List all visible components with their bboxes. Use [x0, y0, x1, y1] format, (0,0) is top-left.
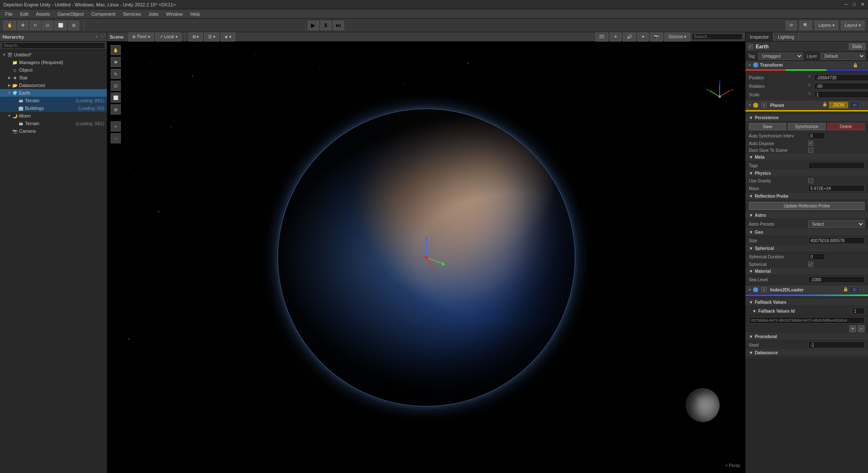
tree-item-terrain-earth[interactable]: 🏔 Terrain (Loading: 0/61): [0, 97, 107, 104]
pivot-btn[interactable]: ⊕ Pivot ▾: [128, 32, 153, 42]
layout-btn[interactable]: Layout ▾: [841, 21, 865, 30]
size-input[interactable]: [808, 237, 865, 244]
maximize-btn[interactable]: □: [853, 2, 856, 7]
rotate-tool-btn[interactable]: ↻: [30, 21, 41, 30]
transform-tool-btn[interactable]: ⊞: [68, 21, 79, 30]
gizmos-btn[interactable]: Gizmos ▾: [665, 32, 690, 42]
zoom-out-btn[interactable]: –: [111, 133, 121, 143]
id-btn[interactable]: ID: [850, 102, 860, 108]
static-btn[interactable]: Static: [849, 43, 865, 50]
geo-section[interactable]: ▼ Geo: [746, 229, 868, 236]
search-btn[interactable]: 🔍: [799, 21, 812, 30]
rect-tool-btn[interactable]: ⬜: [54, 21, 67, 30]
menu-edit[interactable]: Edit: [17, 11, 32, 17]
fallback-section[interactable]: ▼ Fallback Values: [746, 299, 868, 306]
uuid-input[interactable]: [749, 317, 865, 324]
tree-item-camera[interactable]: 📷 Camera: [0, 127, 107, 135]
zoom-in-btn[interactable]: +: [111, 121, 121, 132]
menu-services[interactable]: Services: [120, 11, 144, 17]
light-btn[interactable]: ☀: [610, 32, 621, 42]
tree-item-datasources[interactable]: ▶ 📂 Datasources: [0, 81, 107, 89]
scale-scene-btn[interactable]: ⊡: [111, 81, 121, 91]
collab-btn[interactable]: ⟳: [786, 21, 797, 30]
tag-select[interactable]: Untagged: [758, 53, 803, 60]
pos-x-input[interactable]: [814, 74, 868, 81]
menu-gameobject[interactable]: GameObject: [54, 11, 87, 17]
hierarchy-add-btn[interactable]: +: [95, 34, 98, 39]
scene-viewport[interactable]: X Y Z ✋ ✥ ↻ ⊡ ⬜ ⊞ + – < Persp: [107, 42, 745, 473]
menu-component[interactable]: Component: [88, 11, 119, 17]
menu-help[interactable]: Help: [187, 11, 203, 17]
fallback-id-input[interactable]: [852, 308, 865, 314]
local-btn[interactable]: ↗ Local ▾: [156, 32, 181, 42]
hand-scene-btn[interactable]: ✋: [111, 45, 121, 55]
tree-item-untitled[interactable]: ▼ 🎬 Untitled*: [0, 51, 107, 59]
fallback-id-section[interactable]: ▼ Fallback Values Id: [746, 306, 868, 316]
hierarchy-menu-btn[interactable]: ⋮: [100, 34, 104, 39]
sea-level-input[interactable]: [808, 276, 865, 283]
move-scene-btn[interactable]: ✥: [111, 57, 121, 67]
meta-section[interactable]: ▼ Meta: [746, 154, 868, 161]
delete-btn[interactable]: Delete: [827, 123, 865, 130]
step-btn[interactable]: ⏭: [333, 21, 344, 30]
update-reflection-btn[interactable]: Update Reflection Probe: [749, 202, 865, 210]
tree-item-star[interactable]: ▶ ★ Star: [0, 74, 107, 81]
tree-item-terrain-moon[interactable]: 🏔 Terrain (Loading: 0/61): [0, 120, 107, 127]
move-tool-btn[interactable]: ✥: [17, 21, 28, 30]
close-btn[interactable]: ✕: [861, 2, 865, 7]
spherical-section[interactable]: ▼ Spherical: [746, 245, 868, 252]
layers-btn[interactable]: Layers ▾: [815, 21, 838, 30]
transform-menu-icon[interactable]: ⋮: [861, 63, 865, 67]
scale-tool-btn[interactable]: ⊡: [42, 21, 53, 30]
auto-dispose-cb[interactable]: [808, 141, 813, 146]
menu-jobs[interactable]: Jobs: [145, 11, 162, 17]
2d-btn[interactable]: 2D: [595, 32, 609, 42]
planet-active[interactable]: [762, 103, 767, 108]
play-btn[interactable]: ▶: [308, 21, 319, 30]
astro-section[interactable]: ▼ Astro: [746, 212, 868, 219]
transform-component-header[interactable]: ▼ Transform 🔒 ⋮: [746, 61, 868, 69]
save-btn[interactable]: Save: [749, 123, 786, 130]
use-gravity-cb[interactable]: [808, 178, 813, 183]
pause-btn[interactable]: ⏸: [320, 21, 331, 30]
index2dloader-menu-icon[interactable]: ⋮: [861, 287, 865, 293]
menu-assets[interactable]: Assets: [33, 11, 53, 17]
procedural-section[interactable]: ▼ Procedural: [746, 333, 868, 341]
scale-x-input[interactable]: [814, 91, 868, 98]
custom-scene-btn[interactable]: ⊞: [111, 104, 121, 115]
active-toggle[interactable]: [748, 44, 753, 49]
synchronize-btn[interactable]: Synchronize: [788, 123, 825, 130]
physics-section[interactable]: ▼ Physics: [746, 170, 868, 177]
index2dloader-id-btn[interactable]: ID: [850, 287, 860, 293]
rotate-scene-btn[interactable]: ↻: [111, 69, 121, 79]
scene-search[interactable]: [692, 34, 743, 40]
tab-lighting[interactable]: Lighting: [773, 32, 799, 41]
hand-tool-btn[interactable]: ✋: [3, 21, 16, 30]
plus-btn[interactable]: +: [849, 325, 856, 332]
tags-input[interactable]: [808, 162, 865, 169]
seed-input[interactable]: [808, 341, 865, 348]
planet-component-header[interactable]: ▼ Planet 🔒 JSON ID ⋮: [746, 101, 868, 110]
persistence-section[interactable]: ▼ Persistence: [746, 114, 868, 122]
fx-btn[interactable]: ✦: [637, 32, 648, 42]
audio-btn[interactable]: 🔊: [623, 32, 636, 42]
minimize-btn[interactable]: ─: [845, 2, 848, 7]
mass-input[interactable]: [808, 185, 865, 192]
menu-file[interactable]: File: [2, 11, 16, 17]
reflection-section[interactable]: ▼ Reflection Probe: [746, 193, 868, 200]
tree-item-object[interactable]: ◇ Object: [0, 66, 107, 74]
tab-inspector[interactable]: Inspector: [746, 32, 773, 41]
rot-x-input[interactable]: [814, 83, 868, 90]
scene-cam-btn[interactable]: 📷: [650, 32, 663, 42]
spherical-duration-input[interactable]: [808, 253, 825, 260]
layer-select[interactable]: Default: [821, 53, 865, 60]
planet-menu-icon[interactable]: ⋮: [861, 102, 865, 108]
menu-window[interactable]: Window: [163, 11, 186, 17]
tree-item-managers[interactable]: 📁 Managers (Required): [0, 59, 107, 66]
view-mode-btn[interactable]: ⊞ ▾: [189, 32, 203, 42]
hierarchy-search[interactable]: [2, 42, 105, 49]
auto-sync-input[interactable]: [808, 132, 825, 139]
draw-mode-btn[interactable]: ◈ ▾: [221, 32, 235, 42]
dont-save-cb[interactable]: [808, 148, 813, 153]
datasource-section[interactable]: ▼ Datasource: [746, 349, 868, 357]
